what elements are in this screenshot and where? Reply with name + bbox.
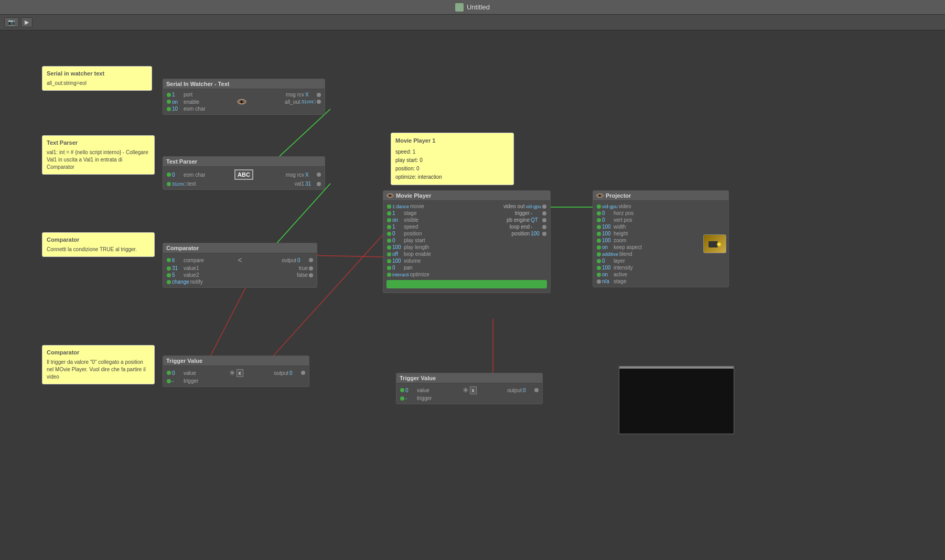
mp-port-pbengine[interactable] [542,218,546,222]
camera-button[interactable]: 📷 [4,17,19,27]
mp-row-loop: off loop enable [385,251,548,257]
port-cmp-out-true[interactable] [309,266,313,271]
port-cmp-out-output[interactable] [309,258,313,262]
node-serial-in-watcher: Serial In Watcher - Text 1 port msg rcv … [163,79,325,115]
mp-port-optimize[interactable] [387,273,391,277]
port-tp-in-0[interactable] [167,173,171,177]
mp-port-movie[interactable] [387,204,391,209]
mp-port-volume[interactable] [387,259,391,263]
svg-point-12 [390,195,391,196]
note-comparator1: Comparator Connetti la condizione TRUE a… [42,232,155,257]
mp-port-videoout[interactable] [542,204,546,209]
port-out-allout[interactable] [317,100,321,104]
eye-icon-mp [386,193,394,198]
port-tv1-in-0[interactable] [167,371,171,375]
note-title-cmp2: Comparator [47,349,150,357]
mp-port-trigger[interactable] [542,211,546,216]
port-tv2-out[interactable] [534,388,539,392]
proj-port-video[interactable] [597,204,601,209]
mp-port-speed[interactable] [387,225,391,229]
port-cmp-val1[interactable] [167,266,171,271]
port-cmp-notify[interactable] [167,280,171,284]
mp-port-visible[interactable] [387,218,391,222]
proj-row-keepaspect: on keep aspect [595,244,701,251]
node-body-tp: 0 eom char ABC msg rcv X 31cm□ text val1… [163,167,325,189]
proj-port-vert[interactable] [597,218,601,222]
proj-port-zoom[interactable] [597,239,601,243]
mp-port-pan[interactable] [387,266,391,270]
title-bar: Untitled [0,0,945,15]
mp-port-playlength[interactable] [387,245,391,250]
connections-svg [0,30,945,560]
eye-icon-proj [596,193,604,198]
proj-port-intensity[interactable] [597,266,601,270]
port-tv1-trigger[interactable] [167,379,171,383]
port-tv1-out[interactable] [301,371,305,375]
node-body-proj: vid-gpu video 0 horz pos 0 vert pos 100 … [593,201,728,287]
port-tp-in-31[interactable] [167,182,171,186]
note-mp-speed: speed: 1 [395,148,509,156]
note-title-cmp1: Comparator [47,236,150,244]
node-trigger-value-1: Trigger Value 0 value ✳ x output 0 - tri… [163,356,309,387]
mp-port-loopend[interactable] [542,225,546,229]
node-body-mp: 1:dance movie video out vid-gpu 1 stage … [383,201,550,293]
node-row-tv2-value: 0 value ✳ x output 0 [399,385,540,395]
node-header-proj: Projector [593,191,728,201]
node-row-cmp-compare: lt compare < output 0 [165,255,315,265]
progress-fill-mp [386,280,547,288]
node-row-enable: on enable all_out 31cm□ [165,98,323,105]
node-body-serial: 1 port msg rcv X on enable all_out 31cm□ [163,89,325,114]
mp-port-playstart[interactable] [387,239,391,243]
mp-port-posout[interactable] [542,232,546,236]
port-cmp-lt[interactable] [167,258,171,262]
mp-port-position[interactable] [387,232,391,236]
note-content-tp: val1: int = # {nello script interno} - C… [47,149,150,171]
mp-row-stage: 1 stage trigger - [385,210,548,217]
svg-point-15 [600,195,600,196]
port-out-msg[interactable] [317,93,321,97]
proj-port-blend[interactable] [597,252,601,256]
port-tp-out-val1[interactable] [317,182,321,186]
mp-row-visible: on visible pb engine QT [385,217,548,223]
note-content-cmp1: Connetti la condizione TRUE al trigger. [47,246,150,253]
proj-port-horz[interactable] [597,211,601,216]
play-button[interactable]: ▶ [21,17,33,27]
main-canvas: Serial in watcher text all_out:string=eo… [0,30,945,560]
note-comparator2: Comparator Il trigger da valore "0" coll… [42,345,155,384]
port-tv2-trigger[interactable] [400,396,404,401]
proj-port-active[interactable] [597,273,601,277]
port-tp-out-msg[interactable] [317,173,321,177]
port-in-1[interactable] [167,93,171,97]
note-title-serial: Serial in watcher text [47,70,147,78]
node-comparator: Comparator lt compare < output 0 31 valu… [163,243,317,288]
mp-port-stage[interactable] [387,211,391,216]
port-cmp-out-false[interactable] [309,273,313,277]
proj-thumbnail-area [701,203,726,285]
port-in-on[interactable] [167,100,171,104]
port-cmp-val2[interactable] [167,273,171,277]
node-row-port: 1 port msg rcv X [165,91,323,98]
port-in-10[interactable] [167,107,171,111]
node-row-eom: 10 eom char [165,105,323,112]
eye-icon [237,99,246,105]
mp-row-position: 0 position position 100 [385,230,548,237]
node-text-parser: Text Parser 0 eom char ABC msg rcv X 31c… [163,156,325,190]
proj-row-horzpos: 0 horz pos [595,210,701,217]
proj-port-width[interactable] [597,225,601,229]
proj-row-layer: 0 layer [595,257,701,264]
mp-row-pan: 0 pan [385,264,548,271]
asterisk-icon-2: ✳ [463,386,469,394]
x-icon: x [237,369,243,377]
port-tv2-in-0[interactable] [400,388,404,392]
svg-point-14 [599,195,601,197]
proj-port-stage[interactable] [597,279,601,284]
mp-port-loop[interactable] [387,252,391,256]
proj-port-keepaspect[interactable] [597,245,601,250]
proj-port-layer[interactable] [597,259,601,263]
node-row-cmp-val1: 31 value1 true [165,265,315,272]
mp-row-playstart: 0 play start [385,237,548,244]
proj-port-height[interactable] [597,232,601,236]
proj-thumbnail [703,234,726,253]
node-row-tv2-trigger: - trigger [399,395,540,402]
x-icon-2: x [470,386,477,394]
